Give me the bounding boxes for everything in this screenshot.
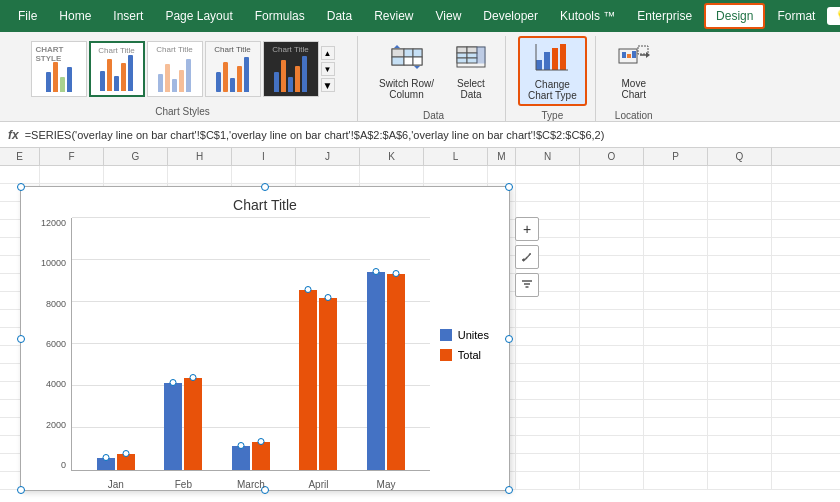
grid-cell[interactable] xyxy=(708,256,772,273)
grid-cell[interactable] xyxy=(580,382,644,399)
grid-cell[interactable] xyxy=(516,382,580,399)
grid-cell[interactable] xyxy=(580,328,644,345)
grid-cell[interactable] xyxy=(708,472,772,489)
grid-cell[interactable] xyxy=(708,454,772,471)
handle-top-middle[interactable] xyxy=(261,183,269,191)
grid-cell[interactable] xyxy=(580,274,644,291)
handle-top-right[interactable] xyxy=(505,183,513,191)
menu-page-layout[interactable]: Page Layout xyxy=(155,5,242,27)
grid-cell[interactable] xyxy=(360,166,424,183)
grid-cell[interactable] xyxy=(516,310,580,327)
grid-cell[interactable] xyxy=(516,328,580,345)
grid-cell[interactable] xyxy=(708,292,772,309)
grid-cell[interactable] xyxy=(644,436,708,453)
change-chart-type-btn[interactable]: ChangeChart Type xyxy=(518,36,587,106)
grid-cell[interactable] xyxy=(516,400,580,417)
grid-cell[interactable] xyxy=(644,454,708,471)
grid-cell[interactable] xyxy=(644,202,708,219)
menu-formulas[interactable]: Formulas xyxy=(245,5,315,27)
menu-review[interactable]: Review xyxy=(364,5,423,27)
chart-filters-btn[interactable] xyxy=(515,273,539,297)
grid-cell[interactable] xyxy=(708,364,772,381)
chart-container[interactable]: Chart Title 0 2000 4000 6000 8000 10000 … xyxy=(20,186,510,491)
grid-cell[interactable] xyxy=(580,472,644,489)
grid-cell[interactable] xyxy=(644,166,708,183)
grid-cell[interactable] xyxy=(580,436,644,453)
grid-cell[interactable] xyxy=(516,364,580,381)
chart-style-5[interactable]: Chart Title xyxy=(263,41,319,97)
grid-cell[interactable] xyxy=(580,364,644,381)
grid-cell[interactable] xyxy=(580,454,644,471)
grid-cell[interactable] xyxy=(644,238,708,255)
grid-cell[interactable] xyxy=(644,220,708,237)
grid-cell[interactable] xyxy=(644,346,708,363)
scroll-more-btn[interactable]: ▼ xyxy=(321,78,335,92)
grid-cell[interactable] xyxy=(580,310,644,327)
grid-cell[interactable] xyxy=(0,166,40,183)
chart-styles-btn[interactable] xyxy=(515,245,539,269)
scroll-up-btn[interactable]: ▲ xyxy=(321,46,335,60)
grid-cell[interactable] xyxy=(708,418,772,435)
grid-cell[interactable] xyxy=(644,364,708,381)
grid-cell[interactable] xyxy=(580,346,644,363)
handle-bottom-left[interactable] xyxy=(17,486,25,494)
grid-cell[interactable] xyxy=(516,184,580,201)
menu-data[interactable]: Data xyxy=(317,5,362,27)
select-data-btn[interactable]: SelectData xyxy=(445,36,497,106)
grid-cell[interactable] xyxy=(580,418,644,435)
grid-cell[interactable] xyxy=(708,346,772,363)
grid-cell[interactable] xyxy=(232,166,296,183)
grid-cell[interactable] xyxy=(516,436,580,453)
grid-cell[interactable] xyxy=(296,166,360,183)
grid-cell[interactable] xyxy=(580,238,644,255)
grid-cell[interactable] xyxy=(708,238,772,255)
grid-cell[interactable] xyxy=(516,472,580,489)
menu-kutools[interactable]: Kutools ™ xyxy=(550,5,625,27)
chart-style-scroll[interactable]: ▲ ▼ ▼ xyxy=(321,46,335,92)
menu-format[interactable]: Format xyxy=(767,5,825,27)
add-chart-element-btn[interactable]: + xyxy=(515,217,539,241)
grid-cell[interactable] xyxy=(516,166,580,183)
grid-cell[interactable] xyxy=(644,274,708,291)
menu-file[interactable]: File xyxy=(8,5,47,27)
grid-cell[interactable] xyxy=(644,256,708,273)
grid-cell[interactable] xyxy=(644,328,708,345)
handle-mid-right[interactable] xyxy=(505,335,513,343)
grid-cell[interactable] xyxy=(644,292,708,309)
grid-cell[interactable] xyxy=(580,256,644,273)
grid-cell[interactable] xyxy=(516,454,580,471)
chart-style-4[interactable]: Chart Title xyxy=(205,41,261,97)
grid-cell[interactable] xyxy=(516,346,580,363)
grid-cell[interactable] xyxy=(708,436,772,453)
grid-cell[interactable] xyxy=(516,418,580,435)
grid-cell[interactable] xyxy=(104,166,168,183)
grid-cell[interactable] xyxy=(424,166,488,183)
grid-cell[interactable] xyxy=(644,184,708,201)
grid-cell[interactable] xyxy=(644,418,708,435)
grid-cell[interactable] xyxy=(580,202,644,219)
handle-bottom-right[interactable] xyxy=(505,486,513,494)
grid-cell[interactable] xyxy=(580,184,644,201)
grid-cell[interactable] xyxy=(40,166,104,183)
grid-cell[interactable] xyxy=(708,400,772,417)
handle-top-left[interactable] xyxy=(17,183,25,191)
grid-cell[interactable] xyxy=(708,202,772,219)
grid-cell[interactable] xyxy=(708,382,772,399)
chart-style-1[interactable]: CHART STYLE xyxy=(31,41,87,97)
grid-cell[interactable] xyxy=(708,274,772,291)
chart-style-2[interactable]: Chart Title xyxy=(89,41,145,97)
grid-cell[interactable] xyxy=(708,328,772,345)
grid-cell[interactable] xyxy=(644,382,708,399)
grid-cell[interactable] xyxy=(644,400,708,417)
menu-developer[interactable]: Developer xyxy=(473,5,548,27)
grid-cell[interactable] xyxy=(708,310,772,327)
grid-cell[interactable] xyxy=(644,310,708,327)
grid-cell[interactable] xyxy=(708,220,772,237)
grid-cell[interactable] xyxy=(708,166,772,183)
grid-cell[interactable] xyxy=(580,292,644,309)
grid-cell[interactable] xyxy=(644,472,708,489)
move-chart-btn[interactable]: MoveChart xyxy=(608,36,660,106)
grid-cell[interactable] xyxy=(580,400,644,417)
menu-insert[interactable]: Insert xyxy=(103,5,153,27)
chart-style-3[interactable]: Chart Title xyxy=(147,41,203,97)
